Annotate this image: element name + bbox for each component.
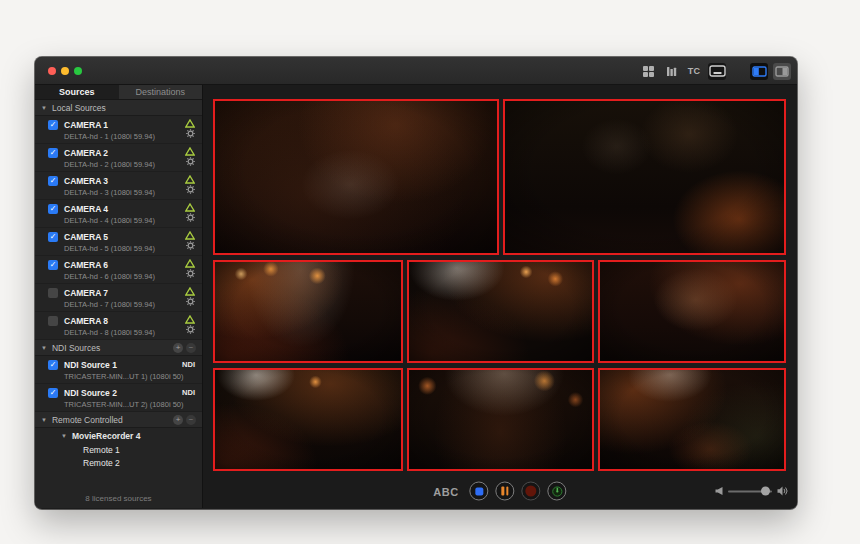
abc-naming-button[interactable]: ABC (433, 485, 458, 497)
source-row-camera-4[interactable]: ✓ CAMERA 4 DELTA-hd - 4 (1080i 59.94) (35, 200, 202, 228)
signal-triangle-icon (185, 287, 195, 296)
sidebar-tabs: Sources Destinations (35, 85, 202, 100)
remove-source-button[interactable]: − (186, 343, 196, 353)
video-tile-1[interactable] (213, 99, 499, 255)
source-row-camera-2[interactable]: ✓ CAMERA 2 DELTA-hd - 2 (1080i 59.94) (35, 144, 202, 172)
source-subtitle: DELTA-hd - 3 (1080i 59.94) (48, 188, 196, 197)
remove-remote-button[interactable]: − (186, 415, 196, 425)
source-row-ndi-2[interactable]: ✓ NDI Source 2 TRICASTER-MIN...UT 2) (10… (35, 384, 202, 412)
source-checkbox[interactable]: ✓ (48, 148, 58, 158)
source-checkbox[interactable]: ✓ (48, 388, 58, 398)
video-tile-4[interactable] (407, 260, 594, 363)
remote-controlled-header[interactable]: ▼ Remote Controlled + − (35, 412, 202, 428)
toggle-left-panel-button[interactable] (750, 63, 768, 80)
source-subtitle: DELTA-hd - 4 (1080i 59.94) (48, 216, 196, 225)
signal-triangle-icon (185, 259, 195, 268)
close-button[interactable] (48, 67, 56, 75)
source-row-camera-8[interactable]: ✓ CAMERA 8 DELTA-hd - 8 (1080i 59.94) (35, 312, 202, 340)
video-tile-2[interactable] (503, 99, 786, 255)
source-checkbox[interactable]: ✓ (48, 204, 58, 214)
stop-icon (475, 487, 483, 495)
gear-icon[interactable] (186, 185, 195, 194)
source-name: NDI Source 1 (64, 360, 117, 370)
volume-min-icon[interactable] (715, 487, 723, 496)
gear-icon[interactable] (186, 241, 195, 250)
source-name: CAMERA 5 (64, 232, 108, 242)
gear-icon[interactable] (186, 129, 195, 138)
gear-icon[interactable] (186, 297, 195, 306)
local-sources-header[interactable]: ▼ Local Sources (35, 100, 202, 116)
sources-sidebar: Sources Destinations ▼ Local Sources ✓ C… (35, 85, 203, 508)
disclosure-triangle-icon[interactable]: ▼ (41, 417, 47, 423)
disclosure-triangle-icon[interactable]: ▼ (41, 105, 47, 111)
bottom-control-bar: ABC (203, 474, 797, 508)
volume-knob[interactable] (761, 487, 770, 496)
video-grid (213, 99, 786, 471)
licensed-sources-label: 8 licensed sources (35, 494, 202, 503)
audio-meters-button[interactable] (662, 63, 680, 80)
volume-slider[interactable] (728, 490, 772, 492)
gear-icon[interactable] (186, 269, 195, 278)
source-subtitle: TRICASTER-MIN...UT 2) (1080i 50) (48, 400, 196, 409)
tab-sources[interactable]: Sources (35, 85, 119, 99)
source-subtitle: DELTA-hd - 2 (1080i 59.94) (48, 160, 196, 169)
source-row-camera-7[interactable]: ✓ CAMERA 7 DELTA-hd - 7 (1080i 59.94) (35, 284, 202, 312)
disclosure-triangle-icon[interactable]: ▼ (41, 345, 47, 351)
source-checkbox[interactable]: ✓ (48, 232, 58, 242)
source-row-camera-5[interactable]: ✓ CAMERA 5 DELTA-hd - 5 (1080i 59.94) (35, 228, 202, 256)
video-tile-3[interactable] (213, 260, 403, 363)
app-window: TC (35, 57, 797, 509)
video-tile-8[interactable] (598, 368, 786, 471)
ndi-badge: NDI (182, 388, 195, 397)
volume-max-icon[interactable] (777, 486, 789, 497)
toggle-right-panel-button[interactable] (773, 63, 791, 80)
minimize-button[interactable] (61, 67, 69, 75)
source-subtitle: TRICASTER-MIN...UT 1) (1080i 50) (48, 372, 196, 381)
clock-icon (551, 485, 563, 497)
source-name: CAMERA 2 (64, 148, 108, 158)
zoom-button[interactable] (74, 67, 82, 75)
schedule-button[interactable] (548, 482, 567, 501)
volume-controls (715, 486, 789, 497)
source-name: CAMERA 4 (64, 204, 108, 214)
ndi-sources-header[interactable]: ▼ NDI Sources + − (35, 340, 202, 356)
source-checkbox[interactable]: ✓ (48, 260, 58, 270)
source-subtitle: DELTA-hd - 7 (1080i 59.94) (48, 300, 196, 309)
add-remote-button[interactable]: + (173, 415, 183, 425)
source-row-camera-6[interactable]: ✓ CAMERA 6 DELTA-hd - 6 (1080i 59.94) (35, 256, 202, 284)
grid-view-button[interactable] (639, 63, 657, 80)
source-checkbox[interactable]: ✓ (48, 120, 58, 130)
source-checkbox[interactable]: ✓ (48, 288, 58, 298)
source-name: NDI Source 2 (64, 388, 117, 398)
display-button[interactable] (708, 63, 726, 80)
source-row-ndi-1[interactable]: ✓ NDI Source 1 TRICASTER-MIN...UT 1) (10… (35, 356, 202, 384)
source-checkbox[interactable]: ✓ (48, 176, 58, 186)
audio-meter-icon (665, 65, 678, 78)
timecode-button[interactable]: TC (685, 63, 703, 80)
tab-destinations[interactable]: Destinations (119, 85, 203, 99)
add-source-button[interactable]: + (173, 343, 183, 353)
video-tile-6[interactable] (213, 368, 403, 471)
pause-button[interactable] (496, 482, 515, 501)
gear-icon[interactable] (186, 213, 195, 222)
remote-group-row[interactable]: ▼ MovieRecorder 4 (35, 428, 202, 443)
remote-row-1[interactable]: Remote 1 (35, 443, 202, 456)
record-button[interactable] (522, 482, 541, 501)
remote-label: Remote 2 (83, 458, 120, 468)
source-subtitle: DELTA-hd - 1 (1080i 59.94) (48, 132, 196, 141)
source-checkbox[interactable]: ✓ (48, 316, 58, 326)
disclosure-triangle-icon[interactable]: ▼ (61, 433, 67, 439)
section-label: Local Sources (52, 103, 106, 113)
source-name: CAMERA 6 (64, 260, 108, 270)
stop-button[interactable] (470, 482, 489, 501)
timecode-label: TC (686, 66, 703, 76)
source-row-camera-3[interactable]: ✓ CAMERA 3 DELTA-hd - 3 (1080i 59.94) (35, 172, 202, 200)
gear-icon[interactable] (186, 325, 195, 334)
video-tile-7[interactable] (407, 368, 594, 471)
video-tile-5[interactable] (598, 260, 786, 363)
remote-row-2[interactable]: Remote 2 (35, 456, 202, 469)
signal-triangle-icon (185, 315, 195, 324)
source-row-camera-1[interactable]: ✓ CAMERA 1 DELTA-hd - 1 (1080i 59.94) (35, 116, 202, 144)
source-checkbox[interactable]: ✓ (48, 360, 58, 370)
gear-icon[interactable] (186, 157, 195, 166)
